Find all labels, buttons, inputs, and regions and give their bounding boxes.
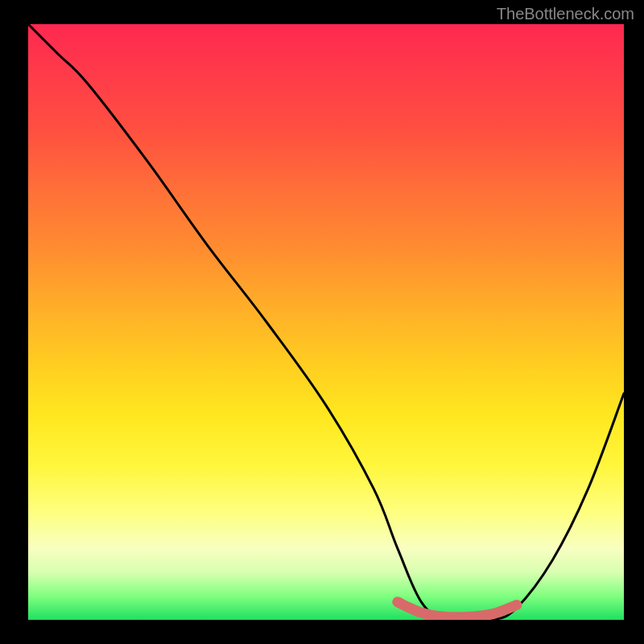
chart-plot-area	[28, 24, 624, 620]
flat-highlight-path	[398, 602, 517, 617]
bottleneck-curve-path	[28, 24, 624, 620]
watermark-text: TheBottleneck.com	[497, 5, 634, 23]
chart-svg	[28, 24, 624, 620]
